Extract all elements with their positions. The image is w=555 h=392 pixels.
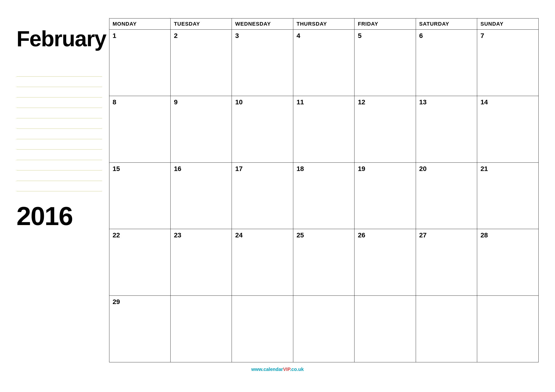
day-number: 28 [481,231,488,239]
note-line [17,181,102,191]
day-number: 17 [235,165,242,172]
calendar-cell: 24 [232,229,293,296]
day-number: 23 [174,231,181,239]
calendar-cell: 19 [355,163,416,229]
note-line [17,66,102,77]
calendar-cell: 27 [416,229,477,296]
footer-url: www.calendarVIP.co.uk [251,367,304,372]
calendar-page: February 2016 MONDAY TUESDAY WEDNESDAY T… [17,18,539,374]
calendar-cell: 26 [355,229,416,296]
footer-calendar: calendar [263,367,283,372]
calendar-cell [232,295,293,362]
calendar-cell: 6 [416,29,477,96]
calendar-cell: 4 [293,29,354,96]
col-sunday: SUNDAY [477,18,538,29]
calendar-cell [170,295,232,362]
main-content: February 2016 MONDAY TUESDAY WEDNESDAY T… [17,18,539,362]
calendar-section: MONDAY TUESDAY WEDNESDAY THURSDAY FRIDAY… [109,18,539,362]
calendar-cell: 3 [232,29,293,96]
day-number: 16 [174,165,181,172]
day-number: 12 [358,98,365,106]
day-number: 13 [419,98,427,106]
col-friday: FRIDAY [355,18,416,29]
footer: www.calendarVIP.co.uk [17,362,539,374]
calendar-cell: 13 [416,96,477,163]
footer-www: www. [251,367,263,372]
day-number: 25 [297,231,304,239]
calendar-cell: 23 [170,229,232,296]
day-number: 6 [419,32,423,39]
footer-couk: .co.uk [290,367,304,372]
day-number: 21 [481,165,488,172]
note-line [17,87,102,98]
day-number: 9 [174,98,178,106]
calendar-cell: 18 [293,163,354,229]
col-monday: MONDAY [109,18,170,29]
calendar-week-row: 29 [109,295,538,362]
day-number: 5 [358,32,362,39]
col-saturday: SATURDAY [416,18,477,29]
calendar-cell: 28 [477,229,538,296]
note-line [17,129,102,139]
footer-vip: VIP [283,367,290,372]
day-number: 22 [113,231,120,239]
left-panel: February 2016 [17,18,109,362]
day-number: 18 [297,165,304,172]
calendar-cell: 1 [109,29,170,96]
calendar-cell: 16 [170,163,232,229]
calendar-table: MONDAY TUESDAY WEDNESDAY THURSDAY FRIDAY… [109,18,539,362]
calendar-cell: 9 [170,96,232,163]
calendar-week-row: 891011121314 [109,96,538,163]
note-line [17,108,102,118]
calendar-week-row: 15161718192021 [109,163,538,229]
calendar-cell: 21 [477,163,538,229]
note-line [17,150,102,160]
calendar-cell: 17 [232,163,293,229]
day-number: 4 [297,32,300,39]
day-number: 1 [113,32,117,39]
day-number: 24 [235,231,242,239]
calendar-cell: 29 [109,295,170,362]
day-number: 20 [419,165,427,172]
calendar-cell [355,295,416,362]
day-number: 10 [235,98,242,106]
day-number: 14 [481,98,488,106]
calendar-cell: 7 [477,29,538,96]
note-line [17,77,102,87]
calendar-cell [293,295,354,362]
note-line [17,98,102,108]
note-line [17,160,102,171]
calendar-cell [416,295,477,362]
note-line [17,118,102,129]
note-line [17,139,102,150]
day-number: 3 [235,32,239,39]
day-number: 8 [113,98,117,106]
calendar-cell: 22 [109,229,170,296]
days-of-week-row: MONDAY TUESDAY WEDNESDAY THURSDAY FRIDAY… [109,18,538,29]
col-thursday: THURSDAY [293,18,354,29]
day-number: 11 [297,98,304,106]
day-number: 15 [113,165,120,172]
calendar-week-row: 1234567 [109,29,538,96]
calendar-cell: 2 [170,29,232,96]
calendar-cell: 25 [293,229,354,296]
day-number: 26 [358,231,365,239]
col-tuesday: TUESDAY [170,18,232,29]
calendar-week-row: 22232425262728 [109,229,538,296]
calendar-cell: 8 [109,96,170,163]
calendar-cell: 11 [293,96,354,163]
calendar-header: MONDAY TUESDAY WEDNESDAY THURSDAY FRIDAY… [109,18,538,29]
day-number: 29 [113,298,120,306]
calendar-body: 1234567891011121314151617181920212223242… [109,29,538,362]
calendar-cell: 15 [109,163,170,229]
col-wednesday: WEDNESDAY [232,18,293,29]
calendar-cell: 12 [355,96,416,163]
note-lines [17,66,102,191]
month-title: February [17,28,102,50]
calendar-cell: 14 [477,96,538,163]
calendar-cell: 10 [232,96,293,163]
day-number: 27 [419,231,427,239]
day-number: 19 [358,165,365,172]
note-line [17,171,102,181]
day-number: 7 [481,32,484,39]
